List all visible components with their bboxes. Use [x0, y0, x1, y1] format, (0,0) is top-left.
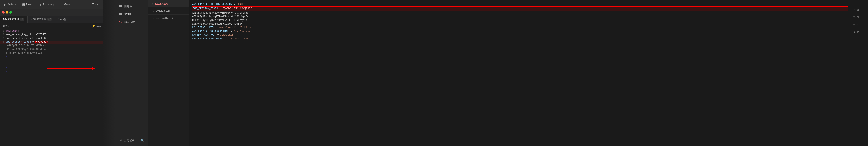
sidebar-item-sftp[interactable]: SFTP — [115, 10, 148, 18]
line-content-7: l748tP7iqXcxAnxdavyKBaADNu+ — [6, 52, 103, 54]
tilde-content-4: ~ — [6, 66, 103, 69]
sidebar-main-section: 服务器 SFTP ↪ 端口转发 — [115, 0, 148, 28]
code-line-3: 3 aws_secret_access_key = EKD — [0, 37, 103, 41]
sidebar-item-port-forward[interactable]: ↪ 端口转发 — [115, 18, 148, 26]
tl-cont-4: eZMX8JyHInoHVjKq7T1mmEisNxX6/N30xAqsZw — [192, 15, 248, 18]
server-arrow-icon-3: ▷ — [153, 17, 154, 19]
server-item-2[interactable]: ▷ 106.52.5.116 — [148, 7, 189, 14]
more-icon: ⋮ — [60, 3, 63, 6]
search-icon[interactable]: 🔍 — [141, 139, 144, 142]
tab-more[interactable]: ⋮ More — [57, 2, 72, 7]
tab-news-label: News — [26, 3, 33, 6]
server-item-1[interactable]: ▷ 8.218.7.150 — [148, 0, 189, 7]
terminal-line-8: AWS_LAMBDA_LOG_GROUP_NAME = /aws/lambda/ — [192, 30, 848, 33]
server-item-3[interactable]: ▷ 8.218.7.150 (1) — [148, 14, 189, 22]
tl-key-1: AWS_LAMBDA_FUNCTION_VERSION — [192, 3, 232, 6]
line-content-3: aws_secret_access_key = EKD — [6, 37, 103, 40]
line-content-6: aRa7knu0SE0XWy2+d002GTkmLcu — [6, 48, 103, 51]
server-label-2: 106.52.5.116 — [156, 9, 170, 12]
close-button[interactable] — [2, 11, 4, 13]
terminal-line-10: AWS_LAMBDA_RUNTIME_API = 127.0.0.1:9001 — [192, 37, 848, 41]
terminal-line-6: xdavyKBaADNu+aQH/K9dPGQisOETH0grs= — [192, 22, 848, 26]
sidebar-item-history[interactable]: 历史记录 🔍 — [115, 136, 148, 144]
tab-shopping[interactable]: 🛍 Shopping — [36, 2, 57, 7]
tilde-content-3: ~ — [6, 63, 103, 66]
far-right-line-4: hDbA — [854, 30, 866, 34]
code-line-2: 2 aws_access_key_id = ASIA5PT — [0, 33, 103, 37]
line-content-5: he1KJp6LtIfYCb2Vs2Thh0VT6Wa — [6, 44, 103, 47]
svg-point-4 — [121, 5, 121, 6]
sidebar-item-server[interactable]: 服务器 — [115, 2, 148, 10]
line-content-1: [default] — [6, 30, 103, 32]
panel-transition — [103, 0, 115, 146]
sidebar-bottom-section: 历史记录 🔍 — [115, 136, 148, 146]
far-right-line-1: YkN6 — [854, 8, 866, 12]
editor-toolbar: 100% ⚡ 18% — [0, 23, 103, 29]
terminal-line-1: AWS_LAMBDA_FUNCTION_VERSION = $LATEST — [192, 2, 848, 6]
server-label-3: 8.218.7.150 (1) — [156, 16, 173, 20]
line-num-1: 1 — [0, 30, 6, 32]
tilde-line-2: ~ — [0, 59, 103, 63]
code-line-7: l748tP7iqXcxAnxdavyKBaADNu+ — [0, 52, 103, 56]
tl-eq-1: = — [234, 3, 235, 6]
tilde-line-4: ~ — [0, 66, 103, 70]
ssh-sidebar: 服务器 SFTP ↪ 端口转发 — [115, 0, 148, 146]
tilde-content-2: ~ — [6, 59, 103, 62]
sidebar-port-label: 端口转发 — [124, 20, 135, 24]
server-list-panel: ▷ 8.218.7.150 ▷ 106.52.5.116 ▷ 8.218.7.1… — [148, 0, 189, 146]
tl-val-1: $LATEST — [237, 3, 247, 6]
svg-point-5 — [121, 7, 121, 7]
terminal-line-5: UGOpsBlaylP1yB7V5tizqFN1CF9THux0moy8BG — [192, 19, 848, 22]
sidebar-server-label: 服务器 — [124, 4, 132, 8]
editor-tabs-bar: UzJu@菜菜购 ×1 UzJu@菜菜购 ×2 UzJu@ — [0, 15, 103, 23]
tab-news[interactable]: 📰 News — [20, 2, 35, 7]
tilde-line-5: ~ — [0, 70, 103, 74]
left-panel: ▶ Videos 📰 News 🛍 Shopping ⋮ More Tools — [0, 0, 103, 146]
terminal-line-3: AaDDkyNjg5ODI3NzcyNyIM/QeC7YTCv/1kkFpp — [192, 11, 848, 15]
line-num-3: 3 — [0, 37, 6, 40]
tl-val-10: 127.0.0.1:9001 — [229, 37, 250, 40]
editor-tab-1[interactable]: UzJu@菜菜购 ×1 — [0, 15, 28, 23]
tl-key-7: LD_LIBRARY_PATH — [192, 26, 214, 29]
history-icon — [119, 138, 122, 142]
server-label-1: 8.218.7.150 — [155, 2, 168, 5]
tools-label: Tools — [90, 2, 101, 7]
svg-rect-7 — [119, 13, 120, 13]
editor-tab-3[interactable]: UzJu@ — [55, 15, 70, 23]
tl-eq-8: = — [230, 30, 232, 33]
minimize-button[interactable] — [6, 11, 8, 13]
tilde-content-5: ~ — [6, 70, 103, 73]
tilde-content-1: ~ — [6, 56, 103, 58]
window-controls — [0, 9, 103, 15]
tl-eq-7: = — [216, 26, 217, 29]
editor-tab-2[interactable]: UzJu@菜菜购 ×2 — [28, 15, 55, 23]
line-num-2: 2 — [0, 33, 6, 36]
line-content-2: aws_access_key_id = ASIA5PT — [6, 33, 103, 36]
tl-val-8: /aws/lambda/ — [234, 30, 251, 33]
server-arrow-icon-1: ▷ — [152, 3, 153, 5]
tl-cont-6: xdavyKBaADNu+aQH/K9dPGQisOETH0grs= — [192, 23, 243, 26]
tl-key-2: AWS_SESSION_TOKEN — [193, 7, 218, 10]
main-layout: ▶ Videos 📰 News 🛍 Shopping ⋮ More Tools — [0, 0, 868, 146]
code-line-1: 1 [default] — [0, 30, 103, 33]
terminal-line-7: LD_LIBRARY_PATH = /var/lang/lib:/lib64:/ — [192, 26, 848, 30]
line-content-4: aws_session_token = ==QoJb3J — [6, 41, 103, 43]
tab-videos[interactable]: ▶ Videos — [2, 2, 19, 7]
shopping-icon: 🛍 — [39, 3, 41, 6]
tl-val-2: IQoJb3JpZ2luX2VjEPD/ — [222, 7, 252, 10]
code-line-6: aRa7knu0SE0XWy2+d002GTkmLcu — [0, 48, 103, 52]
terminal-line-2: AWS_SESSION_TOKEN = IQoJb3JpZ2luX2VjEPD/ — [192, 6, 848, 11]
zoom-level: 100% — [2, 24, 10, 28]
tl-eq-9: = — [217, 34, 219, 36]
lightning-icon: ⚡ — [92, 24, 96, 28]
news-icon: 📰 — [22, 3, 25, 6]
far-right-panel: YkN6 Vr/t mLcu hDbA — [851, 0, 868, 146]
sftp-icon — [119, 12, 122, 16]
tl-cont-3: AaDDkyNjg5ODI3NzcyNyIM/QeC7YTCv/1kkFpp — [192, 11, 248, 14]
sidebar-history-label: 历史记录 — [124, 139, 141, 142]
maximize-button[interactable] — [9, 11, 12, 13]
editor-tab-2-shortcut: ×2 — [48, 18, 51, 21]
terminal-line-4: eZMX8JyHInoHVjKq7T1mmEisNxX6/N30xAqsZw — [192, 15, 848, 19]
tab-more-label: More — [64, 3, 70, 6]
editor-tab-1-shortcut: ×1 — [20, 18, 24, 21]
